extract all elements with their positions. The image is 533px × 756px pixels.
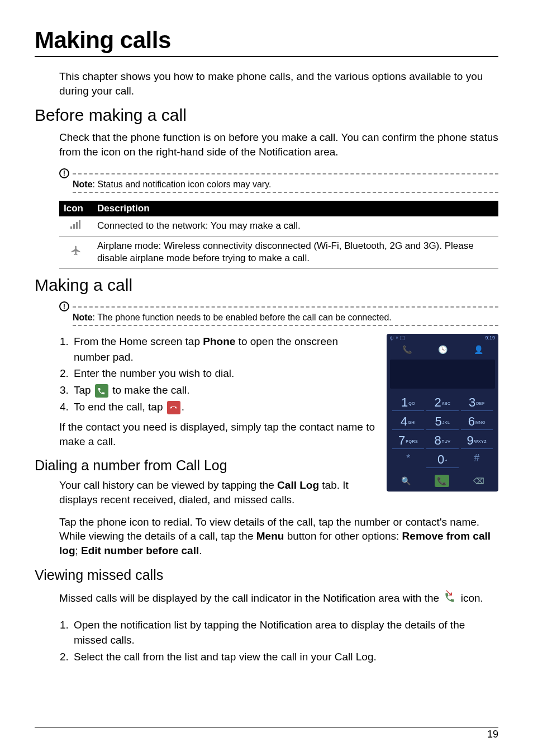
missed-p1: Missed calls will be displayed by the ca…: [59, 588, 498, 609]
note-body: : The phone function needs to be enabled…: [93, 313, 392, 322]
end-call-icon: [167, 401, 180, 414]
list-item: Enter the number you wish to dial.: [72, 366, 377, 381]
airplane-icon: [70, 245, 82, 260]
list-item: Open the notification list by tapping th…: [72, 617, 498, 648]
key-2: 2ABC: [426, 395, 458, 411]
section-making-heading: Making a call: [35, 276, 498, 295]
key-4: 4GHI: [392, 414, 424, 430]
missed-steps: Open the notification list by tapping th…: [59, 617, 498, 665]
table-row: Connected to the network: You may make a…: [59, 216, 498, 236]
key-7: 7PQRS: [392, 433, 424, 449]
th-icon: Icon: [59, 201, 93, 216]
list-item: To end the call, tap .: [72, 399, 377, 415]
section-before-heading: Before making a call: [35, 106, 498, 125]
search-icon: 🔍: [401, 476, 411, 485]
page-number: 19: [35, 727, 498, 740]
key-3: 3DEF: [461, 395, 493, 411]
phone-bottom-row: 🔍 📞 ⌫: [387, 471, 498, 492]
dash-line: [73, 173, 498, 174]
key-9: 9WXYZ: [461, 433, 493, 449]
dial-p1: Your call history can be viewed by tappi…: [59, 478, 377, 507]
th-desc: Description: [93, 201, 498, 216]
svg-rect-1: [73, 224, 75, 229]
svg-rect-0: [70, 226, 72, 229]
dial-p2: Tap the phone icon to redial. To view de…: [59, 515, 498, 558]
phone-screenshot: ψ ♀ ⬚9:19 📞 🕓 👤 1QO 2ABC 3DEF 4GHI 5JKL …: [387, 334, 498, 492]
dial-button-icon: 📞: [435, 475, 449, 487]
section-dial-heading: Dialing a number from Call Log: [35, 457, 377, 474]
keypad: 1QO 2ABC 3DEF 4GHI 5JKL 6MNO 7PQRS 8TUV …: [387, 393, 498, 471]
key-6: 6MNO: [461, 414, 493, 430]
recent-tab-icon: 🕓: [438, 345, 448, 354]
dash-line: [73, 306, 498, 308]
before-body: Check that the phone function is on befo…: [59, 130, 498, 159]
making-steps: From the Home screen tap Phone to open t…: [59, 334, 377, 414]
note-before: ! Note: Status and notification icon col…: [59, 167, 498, 193]
backspace-icon: ⌫: [473, 476, 484, 485]
contacts-tab-icon: 👤: [474, 345, 483, 354]
list-item: Select the call from the list and tap vi…: [72, 649, 498, 665]
phone-tabs: 📞 🕓 👤: [387, 342, 498, 360]
section-missed-heading: Viewing missed calls: [35, 567, 498, 583]
note-body: : Status and notification icon colors ma…: [93, 179, 272, 189]
page-title: Making calls: [35, 27, 498, 57]
key-0: 0+: [426, 452, 458, 468]
making-after: If the contact you need is displayed, si…: [59, 420, 377, 448]
icon-table: Icon Description Connected to the networ…: [59, 201, 498, 270]
key-hash: #: [461, 452, 493, 468]
list-item: Tap to make the call.: [72, 382, 377, 398]
dialer-tab-icon: 📞: [402, 345, 412, 354]
note-label: Note: [73, 313, 93, 322]
dash-line-bottom: [73, 325, 498, 326]
number-display: [390, 360, 495, 389]
missed-call-icon: [443, 588, 456, 609]
table-row: Airplane mode: Wireless connectivity dis…: [59, 236, 498, 269]
key-5: 5JKL: [426, 414, 458, 430]
alert-icon: !: [59, 168, 69, 178]
intro-text: This chapter shows you how to make phone…: [59, 69, 498, 98]
note-label: Note: [73, 179, 93, 189]
svg-rect-3: [79, 220, 80, 229]
signal-bars-icon: [70, 220, 82, 233]
desc-cell: Connected to the network: You may make a…: [93, 216, 498, 236]
svg-rect-2: [76, 222, 78, 229]
call-icon: [95, 384, 108, 398]
desc-cell: Airplane mode: Wireless connectivity dis…: [93, 236, 498, 269]
dash-line-bottom: [73, 192, 498, 193]
key-1: 1QO: [392, 395, 424, 411]
key-8: 8TUV: [426, 433, 458, 449]
note-making: ! Note: The phone function needs to be e…: [59, 300, 498, 326]
phone-status-bar: ψ ♀ ⬚9:19: [387, 334, 498, 342]
key-star: *: [392, 452, 424, 468]
alert-icon: !: [59, 301, 69, 311]
list-item: From the Home screen tap Phone to open t…: [72, 334, 377, 365]
